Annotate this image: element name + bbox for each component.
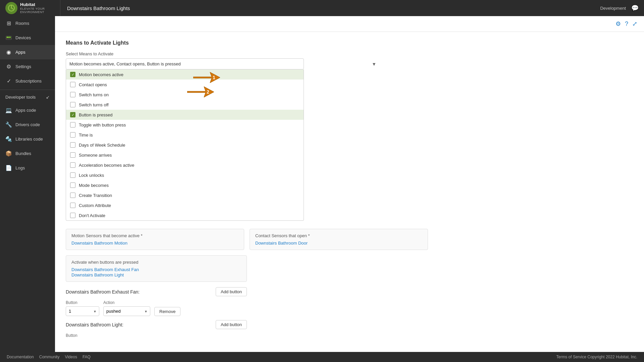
page-title: Downstairs Bathroom Lights <box>60 5 600 11</box>
bathroom-light-link[interactable]: Downstairs Bathroom Light <box>71 272 124 277</box>
contact-sensor-link[interactable]: Downstairs Bathroom Door <box>255 241 308 246</box>
button-select[interactable]: 1 <box>66 306 99 316</box>
footer-links: Documentation Community Videos FAQ <box>7 355 91 359</box>
help-icon[interactable]: ? <box>625 20 628 28</box>
sidebar-item-label-settings: Settings <box>15 64 31 69</box>
sidebar-item-label-drivers-code: Drivers code <box>15 122 40 127</box>
checkbox-contact[interactable] <box>70 82 75 87</box>
checkbox-label-lock: Lock unlocks <box>79 173 104 178</box>
checkbox-item-create[interactable]: Create Transition <box>66 190 304 200</box>
checkbox-item-switch-on[interactable]: Switch turns on <box>66 90 304 100</box>
bathroom-light-row: Downstairs Bathroom Light: Add button <box>66 320 247 329</box>
checkbox-lock[interactable] <box>70 172 75 178</box>
checkbox-label-days: Days of Week Schedule <box>79 143 125 148</box>
sidebar-item-logs[interactable]: 📄 Logs <box>0 161 55 175</box>
button-form-row: Button 1 Action pushed Remove <box>66 300 380 316</box>
checkbox-item-contact[interactable]: Contact opens <box>66 80 304 90</box>
sidebar-item-apps[interactable]: ◉ Apps <box>0 45 55 59</box>
checkbox-item-someone[interactable]: Someone arrives <box>66 150 304 160</box>
footer-videos[interactable]: Videos <box>65 355 77 359</box>
footer-faq[interactable]: FAQ <box>83 355 91 359</box>
motion-sensor-link[interactable]: Downstairs Bathroom Motion <box>71 241 127 246</box>
sidebar-item-libraries-code[interactable]: 🔩 Libraries code <box>0 132 55 146</box>
checkbox-custom[interactable] <box>70 203 75 208</box>
footer-community[interactable]: Community <box>39 355 60 359</box>
means-to-activate-select[interactable]: Motion becomes active, Contact opens, Bu… <box>66 58 304 69</box>
collapse-icon[interactable]: ↙ <box>46 95 50 100</box>
sidebar-item-devices[interactable]: 📟 Devices <box>0 31 55 45</box>
sidebar-item-label-libraries: Libraries code <box>15 137 43 142</box>
button-section-title: Activate when buttons are pressed <box>71 260 241 265</box>
light-button-row: Button <box>66 333 380 338</box>
bathroom-light-label: Downstairs Bathroom Light: <box>66 322 123 327</box>
checkbox-item-mode[interactable]: Mode becomes <box>66 180 304 190</box>
checkbox-label-button: Button is pressed <box>79 112 112 117</box>
checkbox-label-create: Create Transition <box>79 193 112 198</box>
rooms-icon: ⊞ <box>5 20 12 27</box>
action-select[interactable]: pushed <box>103 306 150 316</box>
drivers-code-icon: 🔧 <box>5 121 12 128</box>
logs-icon: 📄 <box>5 165 12 171</box>
dev-tools-header: Developer tools ↙ <box>0 91 55 103</box>
page-content: Means to Activate Lights Select Means to… <box>55 32 390 350</box>
checkbox-dont[interactable] <box>70 213 75 218</box>
button-select-wrapper: 1 <box>66 306 99 316</box>
sidebar-item-label-rooms: Rooms <box>15 21 29 26</box>
checkbox-item-toggle[interactable]: Toggle with button press <box>66 120 304 130</box>
sidebar-item-label-apps: Apps <box>15 50 25 55</box>
checkbox-label-motion: Motion becomes active <box>79 72 123 77</box>
checkbox-mode[interactable] <box>70 183 75 188</box>
checkbox-item-time[interactable]: Time is <box>66 130 304 140</box>
sensor-row: Motion Sensors that become active * Down… <box>66 229 428 250</box>
sidebar-item-rooms[interactable]: ⊞ Rooms <box>0 16 55 31</box>
footer-documentation[interactable]: Documentation <box>7 355 34 359</box>
checkbox-item-button[interactable]: ✓Button is pressed <box>66 110 304 120</box>
content-area: ⚙ ? ⤢ Means to Activate Lights Select Me… <box>55 16 644 352</box>
section-heading: Means to Activate Lights <box>66 40 380 46</box>
checkbox-toggle[interactable] <box>70 122 75 127</box>
checkbox-item-custom[interactable]: Custom Attribute <box>66 200 304 210</box>
checkbox-item-dont[interactable]: Don't Activate <box>66 210 304 220</box>
checkbox-button[interactable]: ✓ <box>70 112 75 117</box>
checkbox-label-switch-off: Switch turns off <box>79 102 109 107</box>
checkbox-item-days[interactable]: Days of Week Schedule <box>66 140 304 150</box>
checkbox-days[interactable] <box>70 142 75 148</box>
checkbox-item-switch-off[interactable]: Switch turns off <box>66 100 304 110</box>
checkbox-motion[interactable]: ✓ <box>70 72 75 77</box>
light-button-group: Button <box>66 333 77 338</box>
sidebar-item-bundles[interactable]: 📦 Bundles <box>0 146 55 161</box>
add-button-exhaust[interactable]: Add button <box>216 287 247 296</box>
sidebar: ⊞ Rooms 📟 Devices ◉ Apps ⚙ Settings ✓ Su… <box>0 16 55 352</box>
hubitat-logo-svg <box>8 4 15 12</box>
sidebar-item-subscriptions[interactable]: ✓ Subscriptions <box>0 74 55 88</box>
checkbox-label-custom: Custom Attribute <box>79 203 111 208</box>
gear-icon[interactable]: ⚙ <box>615 20 621 28</box>
checkbox-label-mode: Mode becomes <box>79 183 109 188</box>
remove-button[interactable]: Remove <box>154 307 180 316</box>
checkbox-accel[interactable] <box>70 162 75 168</box>
chat-icon[interactable]: 💬 <box>631 4 639 12</box>
logo: Hubitat ELEVATE YOUR ENVIRONMENT <box>5 0 60 16</box>
sidebar-item-drivers-code[interactable]: 🔧 Drivers code <box>0 117 55 132</box>
checkbox-create[interactable] <box>70 193 75 198</box>
action-field-label: Action <box>103 300 150 305</box>
exhaust-fan-link[interactable]: Downstairs Bathroom Exhaust Fan <box>71 267 139 272</box>
expand-icon[interactable]: ⤢ <box>632 20 637 28</box>
apps-icon: ◉ <box>5 49 12 55</box>
checkbox-item-accel[interactable]: Acceleration becomes active <box>66 160 304 170</box>
checkbox-item-motion[interactable]: ✓Motion becomes active <box>66 69 304 80</box>
button-section: Activate when buttons are pressed Downst… <box>66 255 247 282</box>
checkbox-list-container: ✓Motion becomes activeContact opensSwitc… <box>66 69 380 221</box>
sidebar-item-settings[interactable]: ⚙ Settings <box>0 59 55 74</box>
checkbox-item-lock[interactable]: Lock unlocks <box>66 170 304 180</box>
checkbox-switch-off[interactable] <box>70 102 75 107</box>
checkbox-switch-on[interactable] <box>70 92 75 97</box>
checkbox-label-time: Time is <box>79 133 93 138</box>
add-button-light[interactable]: Add button <box>216 320 247 329</box>
sidebar-item-label-apps-code: Apps code <box>15 108 36 113</box>
checkbox-someone[interactable] <box>70 152 75 158</box>
sidebar-item-apps-code[interactable]: 💻 Apps code <box>0 103 55 117</box>
select-arrow-icon: ▼ <box>372 61 376 67</box>
sidebar-item-label-devices: Devices <box>15 35 31 40</box>
checkbox-time[interactable] <box>70 132 75 138</box>
